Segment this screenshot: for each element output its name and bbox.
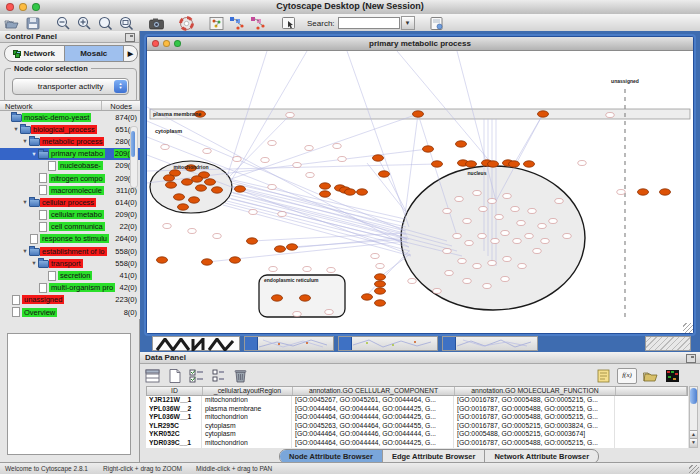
notes-icon[interactable]: [595, 368, 612, 384]
network-node-selected[interactable]: [178, 204, 189, 210]
attribute-table-icon[interactable]: [144, 368, 161, 384]
network-node-selected[interactable]: [205, 179, 216, 185]
tree-row[interactable]: mosaic-demo-yeast874(0): [0, 111, 140, 123]
table-cell[interactable]: [GO:0044464, GO:0044444, GO:0044425, G..…: [292, 413, 454, 422]
table-vertical-scrollbar[interactable]: [689, 386, 698, 448]
table-cell[interactable]: [GO:0045267, GO:0045261, GO:0044464, G..…: [292, 396, 454, 405]
network-node[interactable]: [203, 149, 211, 154]
network-node[interactable]: [333, 144, 341, 149]
network-node[interactable]: [491, 239, 499, 244]
delete-attribute-icon[interactable]: [232, 368, 249, 384]
tree-row[interactable]: Overview8(0): [0, 306, 140, 318]
disclosure-triangle-icon[interactable]: ▼: [21, 199, 29, 205]
network-node[interactable]: [188, 229, 196, 234]
zoom-in-icon[interactable]: [76, 16, 93, 31]
network-node[interactable]: [518, 264, 526, 269]
network-node-selected[interactable]: [212, 187, 223, 193]
formula-builder-icon[interactable]: [617, 368, 637, 384]
network-node-selected[interactable]: [247, 238, 258, 244]
network-node[interactable]: [503, 257, 511, 262]
table-cell[interactable]: YJR121W__1: [146, 396, 202, 405]
birdseye-view[interactable]: [7, 333, 131, 455]
select-attributes-icon[interactable]: [188, 368, 205, 384]
network-node[interactable]: [433, 289, 441, 294]
zoom-out-icon[interactable]: [55, 16, 72, 31]
filter-icon[interactable]: [428, 16, 445, 31]
network-node[interactable]: [163, 224, 171, 229]
network-node-selected[interactable]: [272, 295, 283, 301]
heatmap-icon[interactable]: [664, 368, 681, 384]
zoom-selected-icon[interactable]: [97, 16, 114, 31]
network-node[interactable]: [269, 267, 277, 272]
network-node-selected[interactable]: [320, 183, 331, 189]
background-window-fragment[interactable]: [152, 336, 240, 351]
tree-row[interactable]: nitrogen compo209(0): [0, 172, 140, 184]
open-icon[interactable]: [4, 16, 21, 31]
network-node-selected[interactable]: [157, 257, 168, 263]
network-node-selected[interactable]: [320, 191, 331, 197]
network-node[interactable]: [501, 277, 509, 282]
tab-network[interactable]: Network: [5, 46, 64, 61]
table-cell[interactable]: [GO:0016787, GO:0005488, GO:0005215, G..…: [454, 439, 615, 448]
tree-row[interactable]: cell communica22(0): [0, 221, 140, 233]
table-cell[interactable]: [GO:0044464, GO:0044446, GO:0044444, G..…: [292, 430, 454, 439]
table-cell[interactable]: YLR295C: [146, 422, 202, 431]
help-icon[interactable]: [178, 16, 195, 31]
network-view-window[interactable]: primary metabolic process plasma membran…: [146, 36, 694, 334]
network-node-selected[interactable]: [287, 244, 298, 250]
float-panel-icon[interactable]: [686, 354, 696, 363]
network-node-selected[interactable]: [660, 189, 671, 195]
network-node-selected[interactable]: [538, 111, 549, 117]
table-row[interactable]: YJR121W__1mitochondrion[GO:0045267, GO:0…: [146, 396, 688, 405]
network-node[interactable]: [268, 185, 276, 190]
network-node[interactable]: [249, 210, 257, 215]
network-node[interactable]: [488, 199, 496, 204]
network-node-selected[interactable]: [524, 161, 535, 167]
tree-row[interactable]: nucleobase-209(0): [0, 160, 140, 172]
network-node[interactable]: [606, 113, 614, 118]
network-node[interactable]: [278, 212, 286, 217]
network-node[interactable]: [617, 190, 625, 195]
search-input[interactable]: [338, 17, 400, 29]
network-node-selected[interactable]: [174, 194, 185, 200]
tree-row[interactable]: ▼transport558(0): [0, 257, 140, 269]
network-node[interactable]: [325, 310, 333, 315]
tree-row[interactable]: ▼metabolic process280(0): [0, 135, 140, 147]
network-node[interactable]: [213, 234, 221, 239]
network-node[interactable]: [465, 241, 473, 246]
network-node-selected[interactable]: [488, 161, 499, 167]
table-cell[interactable]: YKR052C: [146, 430, 202, 439]
more-tabs-button[interactable]: [123, 46, 137, 61]
table-cell[interactable]: YDR039C__1: [146, 439, 202, 448]
network-node[interactable]: [513, 239, 521, 244]
table-cell[interactable]: [GO:0005488, GO:0005215, GO:0003674]: [454, 430, 615, 439]
network-node[interactable]: [479, 207, 487, 212]
table-cell[interactable]: [GO:0016787, GO:0005488, GO:0005215, G..…: [454, 413, 615, 422]
network-node[interactable]: [261, 158, 269, 163]
network-node[interactable]: [488, 261, 496, 266]
network-node[interactable]: [303, 267, 311, 272]
network-node[interactable]: [233, 157, 241, 162]
network-node-selected[interactable]: [638, 189, 649, 195]
network-node[interactable]: [443, 209, 451, 214]
table-cell[interactable]: cytoplasm: [202, 422, 292, 431]
network-node-selected[interactable]: [432, 161, 443, 167]
network-node-selected[interactable]: [375, 281, 386, 287]
network-node[interactable]: [549, 219, 557, 224]
network-node-selected[interactable]: [202, 259, 213, 265]
network-node[interactable]: [293, 312, 301, 317]
tree-scrollbar[interactable]: [130, 126, 138, 188]
network-node-selected[interactable]: [466, 161, 477, 167]
float-panel-icon[interactable]: [125, 33, 135, 42]
network-node[interactable]: [286, 113, 294, 118]
tree-row[interactable]: macromolecule311(0): [0, 184, 140, 196]
network-node[interactable]: [161, 145, 169, 150]
network-node[interactable]: [445, 271, 453, 276]
table-cell[interactable]: [GO:0045263, GO:0044464, GO:0044455, G..…: [292, 422, 454, 431]
network-node-selected[interactable]: [164, 175, 175, 181]
network-node[interactable]: [528, 209, 536, 214]
network-node-selected[interactable]: [166, 182, 177, 188]
network-node-selected[interactable]: [235, 186, 246, 192]
network-node-selected[interactable]: [196, 185, 207, 191]
network-node-selected[interactable]: [189, 197, 200, 203]
